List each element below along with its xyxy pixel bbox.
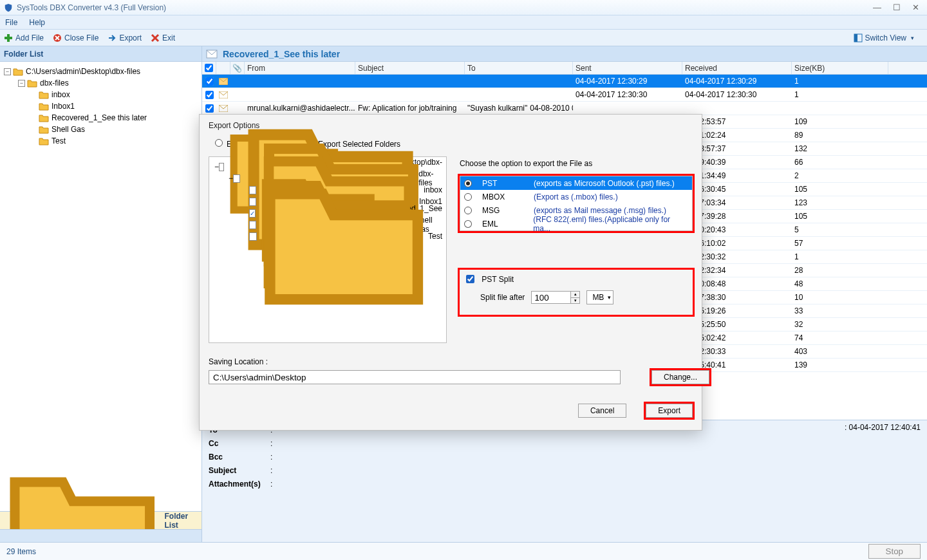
saving-location-label: Saving Location : <box>209 357 693 366</box>
envelope-icon <box>206 50 218 59</box>
svg-rect-1 <box>5 37 12 39</box>
col-from[interactable]: From <box>245 62 355 74</box>
row-checkbox[interactable] <box>205 91 214 99</box>
tree-checkbox[interactable] <box>249 198 256 206</box>
status-item-count: 29 Items <box>6 547 36 556</box>
stop-button[interactable]: Stop <box>868 544 921 559</box>
tree-root-label[interactable]: C:\Users\admin\Desktop\dbx-files <box>26 67 140 76</box>
row-checkbox[interactable] <box>205 77 214 86</box>
tree-item[interactable]: Shell Gas <box>3 124 199 135</box>
cancel-button[interactable]: Cancel <box>578 404 626 418</box>
current-folder-header: Recovered_1_See this later <box>202 46 927 62</box>
status-bar: 29 Items Stop <box>0 542 927 560</box>
tree-collapse-icon[interactable]: − <box>18 80 25 87</box>
left-panel: Folder List − C:\Users\admin\Desktop\dbx… <box>0 46 202 542</box>
menu-bar: File Help <box>0 15 927 30</box>
tree-checkbox[interactable] <box>249 186 256 194</box>
tree-item[interactable]: Inbox1 <box>3 100 199 112</box>
select-all-checkbox[interactable] <box>205 64 213 72</box>
export-options-dialog: Export Options Export All Folders Export… <box>199 114 702 431</box>
export-format-list[interactable]: PST(exports as Microsoft Outlook (.pst) … <box>460 176 693 231</box>
window-close-button[interactable]: ✕ <box>912 3 919 12</box>
email-grid-header: 📎 From Subject To Sent Received Size(KB) <box>202 62 927 75</box>
tree-collapse-icon[interactable]: − <box>214 162 219 171</box>
envelope-icon <box>219 78 228 85</box>
tree-checkbox[interactable] <box>233 174 240 183</box>
split-size-input[interactable] <box>531 291 571 304</box>
folder-icon <box>39 102 49 111</box>
toolbar-add-file[interactable]: Add File <box>4 33 44 42</box>
menu-help[interactable]: Help <box>29 18 45 27</box>
folder-icon <box>39 136 49 145</box>
col-to[interactable]: To <box>465 62 573 74</box>
col-subject[interactable]: Subject <box>355 62 465 74</box>
format-option-pst[interactable]: PST(exports as Microsoft Outlook (.pst) … <box>460 176 692 190</box>
export-button[interactable]: Export <box>646 404 693 418</box>
menu-file[interactable]: File <box>5 18 17 27</box>
toolbar-export[interactable]: Export <box>108 33 142 42</box>
preview-label-bcc: Bcc <box>209 453 270 462</box>
toolbar: Add File Close File Export Exit Switch V… <box>0 30 927 46</box>
tree-checkbox[interactable] <box>249 232 257 241</box>
window-minimize-button[interactable]: — <box>873 3 881 12</box>
window-maximize-button[interactable]: ☐ <box>893 3 901 12</box>
attachment-column-header: 📎 <box>230 62 245 74</box>
radio-icon <box>464 180 472 187</box>
split-after-label: Split file after <box>480 293 525 302</box>
envelope-icon <box>219 105 228 112</box>
chevron-down-icon: ▾ <box>911 35 914 41</box>
folder-open-icon <box>27 79 37 88</box>
table-row[interactable]: 04-04-2017 12:30:2904-04-2017 12:30:291 <box>202 75 927 88</box>
radio-icon <box>464 220 472 228</box>
choose-format-label: Choose the option to export the File as <box>460 159 693 168</box>
toolbar-switch-view[interactable]: Switch View ▾ <box>854 33 914 42</box>
tree-collapse-icon[interactable]: − <box>4 68 11 75</box>
preview-label-cc: Cc <box>209 439 270 448</box>
folder-tree[interactable]: − C:\Users\admin\Desktop\dbx-files − dbx… <box>0 62 201 511</box>
preview-date: : 04-04-2017 12:40:41 <box>845 423 921 432</box>
export-folder-tree[interactable]: − C:\Users\admin\Desktop\dbx-files − dbx… <box>209 156 447 343</box>
tree-item[interactable]: Recovered_1_See this later <box>3 112 199 124</box>
tree-item[interactable]: Test <box>3 135 199 147</box>
col-received[interactable]: Received <box>682 62 792 74</box>
split-unit-select[interactable]: MB <box>586 290 613 304</box>
envelope-icon <box>219 91 228 98</box>
window-title: SysTools DBX Converter v4.3 (Full Versio… <box>17 3 873 12</box>
toolbar-close-file[interactable]: Close File <box>53 33 98 42</box>
tree-checkbox[interactable] <box>219 163 224 171</box>
icon-column-header <box>216 62 230 74</box>
folder-icon <box>39 90 49 99</box>
toolbar-exit[interactable]: Exit <box>151 33 175 42</box>
folder-list-tab[interactable]: Folder List <box>0 511 201 529</box>
tree-item[interactable]: inbox <box>3 89 199 100</box>
svg-rect-4 <box>854 34 857 42</box>
folder-icon <box>39 125 49 134</box>
preview-label-attachment: Attachment(s) <box>209 480 270 489</box>
tree-checkbox[interactable] <box>249 209 256 218</box>
exit-x-icon <box>151 33 160 42</box>
layout-icon <box>854 33 863 42</box>
close-circle-icon <box>53 33 62 42</box>
saving-location-input[interactable] <box>209 370 621 384</box>
table-row[interactable]: 04-04-2017 12:30:3004-04-2017 12:30:301 <box>202 88 927 102</box>
folder-icon <box>39 113 49 122</box>
change-button[interactable]: Change... <box>651 370 709 384</box>
radio-icon <box>464 193 472 201</box>
export-arrow-icon <box>108 33 117 42</box>
tree-item-label[interactable]: dbx-files <box>40 79 69 88</box>
pst-split-checkbox[interactable]: PST Split <box>466 275 514 284</box>
radio-icon <box>464 207 472 214</box>
col-size[interactable]: Size(KB) <box>792 62 888 74</box>
folder-list-header: Folder List <box>0 46 201 62</box>
app-shield-icon <box>4 3 13 12</box>
preview-label-subject: Subject <box>209 466 270 475</box>
format-option-mbox[interactable]: MBOX(Export as (.mbox) files.) <box>460 190 692 203</box>
row-checkbox[interactable] <box>205 104 214 113</box>
col-sent[interactable]: Sent <box>573 62 682 74</box>
preview-pane: : 04-04-2017 12:40:41 To: Cc: Bcc: Subje… <box>202 420 927 542</box>
split-size-spinner[interactable]: ▴▾ <box>571 291 580 304</box>
tree-collapse-icon[interactable]: − <box>229 174 233 183</box>
tree-checkbox[interactable] <box>249 221 256 229</box>
current-folder-name: Recovered_1_See this later <box>223 49 340 59</box>
format-option-eml[interactable]: EML(RFC 822(.eml) files.(Applicable only… <box>460 217 692 230</box>
